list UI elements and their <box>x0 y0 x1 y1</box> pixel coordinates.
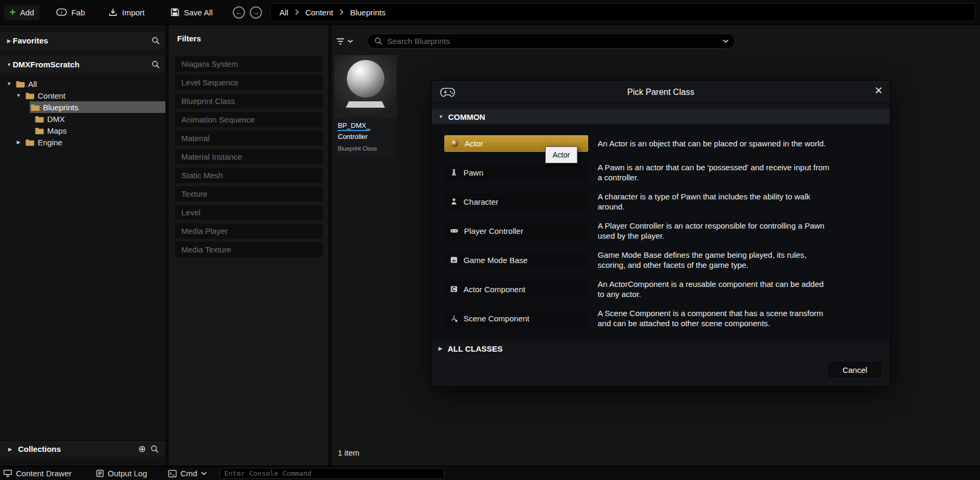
thumbnail-platform <box>346 100 385 108</box>
project-section[interactable]: ▼ DMXFromScratch <box>0 56 165 73</box>
breadcrumb-all[interactable]: All <box>279 8 288 17</box>
chevron-down-icon <box>347 39 353 43</box>
all-classes-label: ALL CLASSES <box>448 344 503 353</box>
triangle-right-icon: ▶ <box>439 346 442 351</box>
class-row: Scene Component A Scene Component is a c… <box>444 308 890 328</box>
back-button[interactable]: ← <box>233 6 245 19</box>
search-input[interactable] <box>387 37 719 46</box>
class-label: Actor Component <box>463 285 526 294</box>
filter-item[interactable]: Level Sequence <box>175 75 323 90</box>
forward-button[interactable]: → <box>250 6 262 19</box>
triangle-right-icon[interactable]: ▶ <box>5 38 13 43</box>
tree-item-dmx[interactable]: DMX <box>0 113 165 125</box>
content-drawer-button[interactable]: Content Drawer <box>3 469 72 478</box>
filter-item[interactable]: Media Texture <box>175 242 323 257</box>
class-label: Player Controller <box>464 226 523 235</box>
asset-tile-bp-dmx-controller[interactable]: BP_DMX_ Controller Blueprint Class <box>334 55 397 156</box>
class-label: Game Mode Base <box>463 256 528 265</box>
chevron-down-icon <box>201 472 207 475</box>
tree-selection-highlight: Blueprints <box>30 101 165 113</box>
fab-button[interactable]: f Fab <box>51 5 90 20</box>
breadcrumb-blueprints[interactable]: Blueprints <box>350 8 386 17</box>
plus-icon: + <box>10 8 16 16</box>
filter-dropdown-button[interactable] <box>336 38 361 45</box>
breadcrumb-content[interactable]: Content <box>305 8 334 17</box>
filters-title: Filters <box>177 34 328 43</box>
filters-panel: Filters Niagara System Level Sequence Bl… <box>169 25 328 466</box>
folder-icon <box>25 92 34 99</box>
filter-item[interactable]: Level <box>175 205 323 220</box>
save-icon <box>170 7 180 17</box>
class-description: A Pawn is an actor that can be 'possesse… <box>598 162 831 182</box>
class-label: Character <box>463 197 498 206</box>
save-all-button[interactable]: Save All <box>165 4 218 20</box>
content-drawer-icon <box>3 469 12 477</box>
filter-item[interactable]: Niagara System <box>175 56 323 72</box>
filter-item[interactable]: Blueprint Class <box>175 93 323 109</box>
cancel-button[interactable]: Cancel <box>829 362 881 377</box>
asset-label-area: BP_DMX_ Controller Blueprint Class <box>334 118 397 156</box>
cmd-button[interactable]: Cmd <box>168 469 207 478</box>
search-icon[interactable] <box>150 444 159 453</box>
breadcrumb-separator-icon <box>295 9 299 15</box>
import-icon <box>108 7 118 17</box>
console-command-input[interactable] <box>224 469 440 477</box>
import-button-label: Import <box>122 8 145 17</box>
chevron-down-icon[interactable] <box>723 39 729 43</box>
triangle-right-icon[interactable]: ▶ <box>15 139 22 145</box>
tree-item-all[interactable]: ▼ All <box>0 78 165 90</box>
scene-component-icon <box>450 314 458 322</box>
add-button-label: Add <box>20 8 34 17</box>
common-section-label: COMMON <box>448 112 485 121</box>
tree-item-maps[interactable]: Maps <box>0 125 165 136</box>
triangle-down-icon[interactable]: ▼ <box>5 81 13 86</box>
search-icon[interactable] <box>151 60 160 69</box>
favorites-section[interactable]: ▶ Favorites <box>0 32 165 49</box>
tree-item-label: Content <box>38 91 66 100</box>
project-label: DMXFromScratch <box>13 60 80 69</box>
funnel-icon <box>336 38 345 45</box>
output-log-icon <box>96 469 104 477</box>
common-classes-list: Actor An Actor is an object that can be … <box>432 124 890 341</box>
class-button-player-controller[interactable]: Player Controller <box>444 223 588 239</box>
class-button-actor-component[interactable]: Actor Component <box>444 281 588 298</box>
triangle-down-icon[interactable]: ▼ <box>5 62 13 67</box>
all-classes-section-header[interactable]: ▶ ALL CLASSES <box>432 341 890 356</box>
terminal-icon <box>168 470 177 477</box>
tree-item-blueprints-selected[interactable]: Blueprints <box>0 101 165 113</box>
save-all-button-label: Save All <box>184 8 213 17</box>
fab-icon: f <box>56 8 67 16</box>
filter-item[interactable]: Media Player <box>175 223 323 239</box>
filter-item[interactable]: Material <box>175 130 323 146</box>
output-log-button[interactable]: Output Log <box>96 469 147 478</box>
add-button[interactable]: + Add <box>4 5 39 20</box>
filter-item[interactable]: Static Mesh <box>175 168 323 183</box>
triangle-down-icon[interactable]: ▼ <box>15 93 22 98</box>
class-button-game-mode-base[interactable]: Game Mode Base <box>444 252 588 268</box>
filter-list: Niagara System Level Sequence Blueprint … <box>169 56 328 257</box>
class-button-scene-component[interactable]: Scene Component <box>444 310 588 327</box>
filter-item[interactable]: Material Instance <box>175 149 323 164</box>
status-bar: Content Drawer Output Log Cmd <box>0 466 980 480</box>
dialog-title: Pick Parent Class <box>432 88 890 97</box>
add-collection-icon[interactable]: ⊕ <box>138 443 146 455</box>
collections-section[interactable]: ▶ Collections ⊕ <box>0 440 165 457</box>
game-mode-icon <box>450 256 458 264</box>
tree-item-engine[interactable]: ▶ Engine <box>0 136 165 148</box>
class-button-pawn[interactable]: Pawn <box>444 164 588 181</box>
asset-name-line2: Controller <box>338 133 393 141</box>
favorites-label: Favorites <box>13 36 48 45</box>
filter-item[interactable]: Animation Sequence <box>175 112 323 127</box>
common-section-header[interactable]: ▼ COMMON <box>432 109 890 124</box>
class-description: A Scene Component is a component that ha… <box>598 308 831 328</box>
tree-item-label: Engine <box>38 138 63 147</box>
triangle-right-icon[interactable]: ▶ <box>6 447 14 452</box>
class-label: Pawn <box>463 168 484 177</box>
filter-item[interactable]: Texture <box>175 186 323 202</box>
class-button-character[interactable]: Character <box>444 194 588 210</box>
search-icon[interactable] <box>151 36 160 45</box>
close-icon[interactable]: × <box>874 84 882 97</box>
tree-item-content[interactable]: ▼ Content <box>0 90 165 101</box>
asset-name-line1[interactable]: BP_DMX_ <box>338 121 370 131</box>
import-button[interactable]: Import <box>103 4 150 20</box>
